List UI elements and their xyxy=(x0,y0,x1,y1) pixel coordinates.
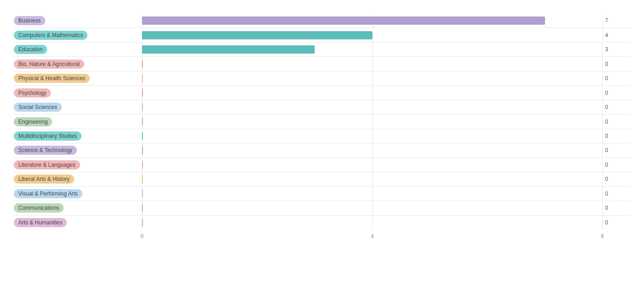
bar-row: Business7 xyxy=(14,14,630,28)
bar-row: Social Sciences0 xyxy=(14,100,630,115)
bar-fill xyxy=(142,218,143,227)
bar-track: 0 xyxy=(142,204,603,212)
bar-fill xyxy=(142,161,143,169)
bar-fill xyxy=(142,146,143,154)
bar-value-label: 0 xyxy=(605,75,608,82)
bar-track: 0 xyxy=(142,146,603,154)
axis-label: 4 xyxy=(371,233,374,240)
bar-label-pill: Physical & Health Sciences xyxy=(14,74,90,83)
bar-label: Social Sciences xyxy=(14,103,142,112)
bar-value-label: 3 xyxy=(605,46,608,53)
bar-label-pill: Visual & Performing Arts xyxy=(14,189,82,198)
bar-track: 0 xyxy=(142,60,603,68)
bar-fill xyxy=(142,190,143,198)
bar-row: Liberal Arts & History0 xyxy=(14,172,630,186)
bar-value-label: 0 xyxy=(605,90,608,96)
axis-label: 0 xyxy=(141,233,144,240)
bar-value-label: 0 xyxy=(605,61,608,67)
bar-fill xyxy=(142,31,372,39)
bar-label-pill: Multidisciplinary Studies xyxy=(14,131,82,141)
bar-row: Computers & Mathematics4 xyxy=(14,28,630,42)
bar-track: 0 xyxy=(142,117,603,125)
bar-track: 0 xyxy=(142,74,603,82)
bar-track: 0 xyxy=(142,88,603,97)
bar-fill xyxy=(142,103,143,111)
bar-value-label: 0 xyxy=(605,191,608,197)
bar-fill xyxy=(142,175,143,183)
bar-track: 0 xyxy=(142,103,603,111)
bar-row: Arts & Humanities0 xyxy=(14,216,630,229)
bar-fill xyxy=(142,88,143,97)
bar-value-label: 0 xyxy=(605,205,608,211)
bar-label: Arts & Humanities xyxy=(14,218,142,227)
bar-label: Physical & Health Sciences xyxy=(14,74,142,83)
bar-fill xyxy=(142,74,143,82)
bar-label: Business xyxy=(14,16,142,25)
bar-row: Engineering0 xyxy=(14,115,630,129)
bar-track: 0 xyxy=(142,175,603,183)
bar-track: 3 xyxy=(142,45,603,54)
bar-label: Visual & Performing Arts xyxy=(14,189,142,198)
bar-value-label: 0 xyxy=(605,104,608,110)
bar-value-label: 0 xyxy=(605,162,608,168)
bar-value-label: 0 xyxy=(605,147,608,153)
bar-fill xyxy=(142,132,143,140)
bar-label-pill: Engineering xyxy=(14,117,52,126)
bar-row: Physical & Health Sciences0 xyxy=(14,71,630,86)
bar-label: Education xyxy=(14,45,142,54)
bar-track: 0 xyxy=(142,161,603,169)
bar-row: Communications0 xyxy=(14,201,630,215)
bar-row: Visual & Performing Arts0 xyxy=(14,187,630,201)
axis-label: 8 xyxy=(601,233,604,240)
bar-value-label: 0 xyxy=(605,119,608,125)
bar-value-label: 0 xyxy=(605,219,608,226)
bar-label-pill: Communications xyxy=(14,203,64,213)
bar-fill xyxy=(142,16,545,25)
bar-label: Communications xyxy=(14,203,142,213)
bars-area: Business7Computers & Mathematics4Educati… xyxy=(14,14,630,229)
bar-label-pill: Literature & Languages xyxy=(14,160,80,169)
bar-label: Liberal Arts & History xyxy=(14,174,142,184)
bar-label: Bio, Nature & Agricultural xyxy=(14,60,142,69)
bar-fill xyxy=(142,60,143,68)
bar-label: Science & Technology xyxy=(14,146,142,155)
bar-row: Multidisciplinary Studies0 xyxy=(14,129,630,143)
bar-track: 0 xyxy=(142,132,603,140)
bar-track: 4 xyxy=(142,31,603,39)
bar-label-pill: Education xyxy=(14,45,47,54)
bar-row: Literature & Languages0 xyxy=(14,158,630,172)
bar-label-pill: Psychology xyxy=(14,88,51,98)
bar-label: Literature & Languages xyxy=(14,160,142,169)
bar-row: Science & Technology0 xyxy=(14,143,630,158)
bar-row: Bio, Nature & Agricultural0 xyxy=(14,57,630,71)
bar-track: 0 xyxy=(142,218,603,227)
bar-label: Computers & Mathematics xyxy=(14,31,142,40)
bar-label: Engineering xyxy=(14,117,142,126)
bar-label-pill: Business xyxy=(14,16,45,25)
bar-value-label: 7 xyxy=(605,17,608,24)
bar-fill xyxy=(142,45,315,54)
bar-label-pill: Liberal Arts & History xyxy=(14,174,74,184)
chart-container: 048 Business7Computers & Mathematics4Edu… xyxy=(0,0,644,289)
bar-fill xyxy=(142,117,143,125)
bar-row: Education3 xyxy=(14,43,630,57)
chart-area: 048 Business7Computers & Mathematics4Edu… xyxy=(14,14,630,243)
bar-fill xyxy=(142,204,143,212)
bar-label-pill: Bio, Nature & Agricultural xyxy=(14,60,84,69)
bar-row: Psychology0 xyxy=(14,86,630,100)
bar-track: 7 xyxy=(142,16,603,25)
bar-label-pill: Arts & Humanities xyxy=(14,218,67,227)
bar-label-pill: Social Sciences xyxy=(14,103,62,112)
bar-label-pill: Science & Technology xyxy=(14,146,77,155)
bar-label: Psychology xyxy=(14,88,142,98)
bar-value-label: 0 xyxy=(605,133,608,139)
bar-value-label: 4 xyxy=(605,32,608,38)
bar-label: Multidisciplinary Studies xyxy=(14,131,142,141)
bar-value-label: 0 xyxy=(605,176,608,182)
bar-track: 0 xyxy=(142,190,603,198)
bar-label-pill: Computers & Mathematics xyxy=(14,31,87,40)
